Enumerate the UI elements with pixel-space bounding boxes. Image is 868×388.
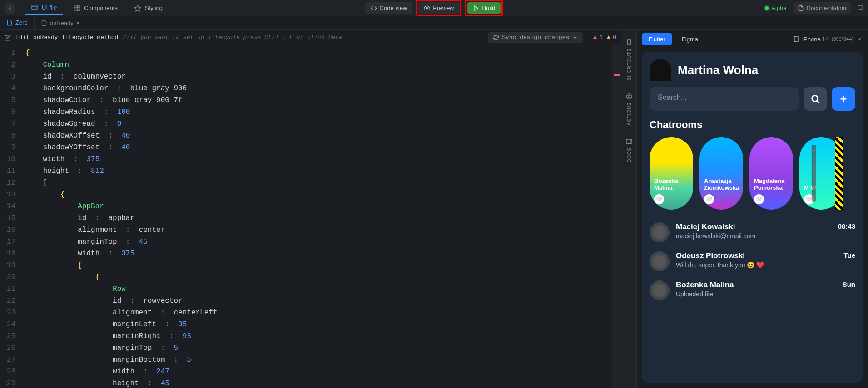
edit-icon <box>5 34 11 41</box>
code-line[interactable]: { <box>25 47 621 59</box>
code-line[interactable]: height : 812 <box>25 165 621 177</box>
code-line[interactable]: Column <box>25 59 621 71</box>
chatroom-name: Magdalena Pomorska <box>754 177 789 192</box>
alpha-label: Alpha <box>771 5 786 11</box>
action-label: Preview <box>433 5 454 11</box>
code-line[interactable]: id : columnvector <box>25 71 621 83</box>
chat-body: Bożenka MalinaUploaded file. <box>676 280 836 298</box>
right-actions: Alpha Documentation <box>765 2 863 14</box>
chat-time: Sun <box>843 280 855 288</box>
back-button[interactable] <box>5 3 15 14</box>
chat-item[interactable]: Odeusz PiotrowskiWill do, super, thank y… <box>650 251 855 271</box>
line-number: 18 <box>0 248 15 260</box>
close-tab-icon[interactable]: × <box>76 20 80 26</box>
chat-icon[interactable] <box>857 5 863 11</box>
nav-tab-styling[interactable]: Styling <box>128 1 169 15</box>
code-line[interactable]: shadowColor : blue_gray_900_7f <box>25 94 621 106</box>
chatroom-row[interactable]: Bożenka Malina 🤍 Anastazja Ziemkowska 🤍 … <box>650 137 855 210</box>
search-button[interactable] <box>804 87 827 111</box>
code-lines[interactable]: { Column id : columnvector backgroundCol… <box>20 45 621 388</box>
chatroom-card[interactable]: Anastazja Ziemkowska 🤍 <box>699 137 743 210</box>
code-icon <box>371 5 377 11</box>
edit-header-title: Edit onReady lifecycle method <box>15 34 118 41</box>
preview-header: Flutter Figma iPhone 14 (390*844) <box>637 30 868 48</box>
file-tab-label: Zero <box>15 19 28 26</box>
file-tab-onready[interactable]: onReady × <box>35 16 87 29</box>
chat-name: Bożenka Malina <box>676 280 836 290</box>
error-count[interactable]: 1 <box>593 34 603 41</box>
line-number: 29 <box>0 378 15 388</box>
chat-item[interactable]: Bożenka MalinaUploaded file.Sun <box>650 280 855 300</box>
code-line[interactable]: { <box>25 271 621 283</box>
code-line[interactable]: width : 375 <box>25 153 621 165</box>
device-dimensions: (390*844) <box>832 36 853 42</box>
warning-count[interactable]: 0 <box>606 34 616 41</box>
line-number: 14 <box>0 201 15 212</box>
code-line[interactable]: alignment : center <box>25 224 621 236</box>
file-tab-label: onReady <box>50 20 74 26</box>
code-line[interactable]: Row <box>25 283 621 295</box>
rail-shortcuts[interactable]: SHORTCUTS <box>626 39 632 80</box>
heart-icon: 🤍 <box>654 194 664 204</box>
code-line[interactable]: backgroundColor : blue_gray_900 <box>25 83 621 94</box>
error-icon <box>593 35 597 39</box>
chat-avatar[interactable] <box>650 280 670 300</box>
minimap[interactable] <box>612 45 621 388</box>
code-line[interactable]: width : 247 <box>25 366 621 378</box>
preview-button[interactable]: Preview <box>418 2 459 14</box>
code-line[interactable]: marginTop : 5 <box>25 342 621 354</box>
file-tab-zero[interactable]: Zero <box>0 16 35 29</box>
code-line[interactable]: [ <box>25 177 621 189</box>
svg-rect-11 <box>794 36 798 42</box>
chatroom-card[interactable]: M W 🤍 RIGHT OVERFLOWED BY 38 PIXELS <box>799 137 843 210</box>
code-line[interactable]: AppBar <box>25 201 621 212</box>
code-line[interactable]: { <box>25 189 621 201</box>
chat-avatar[interactable] <box>650 251 670 271</box>
device-selector[interactable]: iPhone 14 (390*844) <box>793 36 863 43</box>
code-view-button[interactable]: Code view <box>365 2 413 14</box>
platform-tab-flutter[interactable]: Flutter <box>642 33 672 45</box>
chat-subtitle: Will do, super, thank you 😊 ❤️ <box>676 261 837 269</box>
rail-actions[interactable]: ACTIONS <box>626 93 632 125</box>
svg-point-10 <box>628 95 630 98</box>
chat-avatar[interactable] <box>650 222 670 242</box>
code-line[interactable]: id : rowvector <box>25 295 621 307</box>
chat-item[interactable]: Maciej Kowalskimaciej.kowalski@email.com… <box>650 222 855 242</box>
code-line[interactable]: marginBottom : 5 <box>25 354 621 366</box>
code-line[interactable]: id : appbar <box>25 212 621 224</box>
code-editor[interactable]: 1234567891011121314151617181920212223242… <box>0 45 621 388</box>
documentation-button[interactable]: Documentation <box>793 2 851 14</box>
nav-tab-components[interactable]: Components <box>67 1 124 15</box>
search-input[interactable]: Search... <box>650 87 799 111</box>
code-line[interactable]: marginRight : 93 <box>25 330 621 342</box>
build-button[interactable]: Build <box>468 2 501 14</box>
rail-docs[interactable]: DOCS <box>626 138 632 162</box>
line-number: 12 <box>0 177 15 189</box>
chatroom-name: M W <box>804 184 838 192</box>
sync-button[interactable]: Sync design changes <box>488 32 583 43</box>
code-line[interactable]: [ <box>25 260 621 271</box>
code-line[interactable]: shadowXOffset : 40 <box>25 130 621 142</box>
profile-avatar[interactable] <box>650 59 671 81</box>
code-line[interactable]: height : 45 <box>25 378 621 388</box>
code-line[interactable]: shadowRadius : 100 <box>25 106 621 118</box>
editor-panel: Edit onReady lifecycle method //If you w… <box>0 30 621 388</box>
code-line[interactable]: width : 375 <box>25 248 621 260</box>
code-line[interactable]: shadowSpread : 0 <box>25 118 621 130</box>
line-number: 5 <box>0 94 15 106</box>
line-number: 22 <box>0 295 15 307</box>
line-number: 26 <box>0 342 15 354</box>
status-dot-icon <box>765 6 769 10</box>
code-line[interactable]: marginLeft : 35 <box>25 319 621 330</box>
file-icon <box>41 20 47 26</box>
edit-header-hint[interactable]: //If you want to set up lifecycle press … <box>123 34 342 41</box>
chatroom-card[interactable]: Magdalena Pomorska 🤍 <box>749 137 793 210</box>
platform-tab-figma[interactable]: Figma <box>675 33 704 45</box>
code-line[interactable]: alignment : centerLeft <box>25 307 621 319</box>
add-button[interactable] <box>832 87 855 111</box>
nav-tab-ui-file[interactable]: UI file <box>25 1 63 15</box>
code-line[interactable]: shadowYOffset : 40 <box>25 142 621 153</box>
code-line[interactable]: marginTop : 45 <box>25 236 621 248</box>
minimap-error-marker <box>614 74 620 76</box>
chatroom-card[interactable]: Bożenka Malina 🤍 <box>650 137 693 210</box>
